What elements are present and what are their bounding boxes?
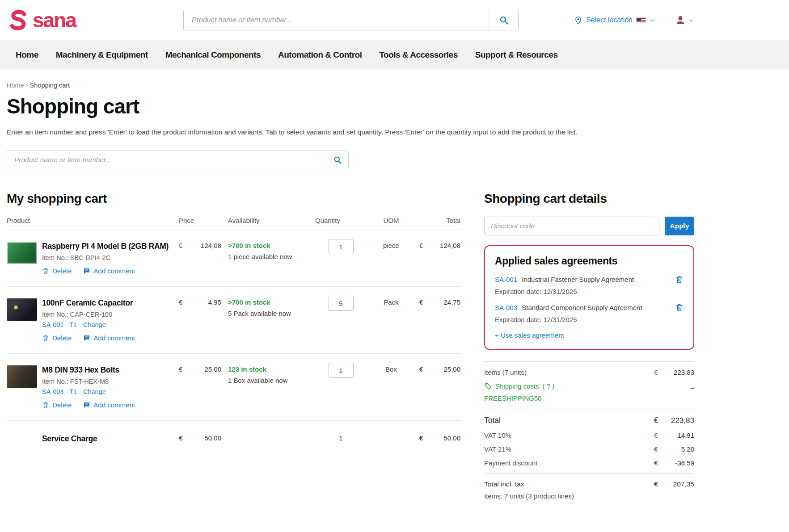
agreement-expiration: Expiration date: 12/31/2025 — [495, 316, 684, 323]
cart-product-search-input[interactable] — [7, 156, 333, 164]
remove-agreement-button[interactable] — [675, 275, 684, 284]
agreement-code-link[interactable]: SA-001 — [495, 276, 517, 283]
search-icon — [499, 15, 509, 25]
agreement-item: SA-001 Industrial Fastener Supply Agreem… — [495, 275, 684, 295]
product-image — [7, 242, 37, 264]
vat10-label: VAT 10% — [484, 431, 654, 439]
agreements-title: Applied sales agreements — [495, 255, 684, 267]
currency-symbol: € — [419, 365, 423, 373]
currency-symbol: € — [654, 459, 665, 467]
currency-symbol: € — [419, 434, 423, 442]
main-nav: Home Machinery & Equipment Mechanical Co… — [0, 40, 789, 69]
currency-symbol: € — [654, 431, 665, 439]
shipping-help-link[interactable]: ( ? ) — [543, 382, 555, 390]
currency-symbol: € — [179, 298, 182, 306]
select-location-button[interactable]: Select location — [574, 16, 655, 25]
comment-icon — [83, 402, 90, 409]
stock-status: >700 in stock — [228, 298, 315, 306]
nav-item-tools-accessories[interactable]: Tools & Accessories — [379, 50, 457, 60]
currency-symbol: € — [654, 445, 665, 453]
add-comment-label: Add comment — [93, 334, 135, 342]
total-label: Total — [484, 416, 654, 425]
items-note: Items: 7 units (3 product lines) — [484, 491, 694, 513]
stock-status: >700 in stock — [228, 242, 315, 249]
summary-vat10-row: VAT 10% € 14,91 — [484, 428, 694, 442]
product-name-link[interactable]: 100nF Ceramic Capacitor — [42, 298, 135, 308]
nav-item-support-resources[interactable]: Support & Resources — [475, 50, 558, 60]
currency-symbol: € — [419, 298, 423, 306]
cart-row-raspberry-pi: Raspberry Pi 4 Model B (2GB RAM) Item No… — [7, 230, 460, 287]
nav-item-machinery-equipment[interactable]: Machinery & Equipment — [56, 50, 148, 60]
trash-icon — [42, 402, 49, 409]
discount-code-form: Apply — [484, 217, 694, 235]
tag-icon — [484, 382, 492, 390]
add-comment-button[interactable]: Add comment — [83, 267, 135, 275]
agreement-code-link[interactable]: SA-003 — [495, 304, 517, 311]
details-section-title: Shopping cart details — [484, 192, 694, 206]
currency-symbol: € — [179, 434, 182, 442]
availability-detail: 1 Box available now — [228, 377, 315, 384]
delete-button[interactable]: Delete — [42, 334, 72, 342]
agreement-name: Industrial Fastener Supply Agreement — [522, 276, 634, 283]
uom-value: Box — [367, 365, 416, 373]
delete-label: Delete — [52, 267, 72, 275]
header-search-button[interactable] — [489, 10, 518, 30]
line-total: 24,75 — [443, 298, 460, 306]
vat10-value: 14,91 — [665, 431, 694, 439]
product-name-link[interactable]: M8 DIN 933 Hex Bolts — [42, 365, 135, 375]
agreement-link[interactable]: SA-001 - T1 — [42, 321, 77, 328]
agreement-link[interactable]: SA-003 - T1 — [42, 388, 77, 395]
unit-price: 25,00 — [204, 365, 221, 373]
discount-code-input[interactable] — [484, 217, 659, 235]
vat21-label: VAT 21% — [484, 445, 654, 453]
select-location-label: Select location — [586, 16, 633, 24]
currency-symbol: € — [179, 365, 182, 373]
total-incl-tax-value: 207,35 — [665, 480, 694, 488]
product-name-link[interactable]: Raspberry Pi 4 Model B (2GB RAM) — [42, 242, 169, 251]
currency-symbol: € — [654, 369, 665, 376]
cart-summary: Items (7 units) € 223,83 Shipping costs … — [484, 361, 694, 513]
cart-row-ceramic-capacitor: 100nF Ceramic Capacitor Item No.: CAP-CE… — [7, 287, 460, 354]
add-comment-button[interactable]: Add comment — [83, 401, 135, 409]
trash-icon — [675, 275, 684, 284]
quantity-input[interactable] — [329, 363, 354, 378]
nav-item-home[interactable]: Home — [16, 50, 38, 60]
top-bar: sana Select location — [7, 0, 694, 40]
user-icon — [675, 15, 686, 25]
chevron-down-icon — [650, 17, 655, 23]
change-agreement-link[interactable]: Change — [83, 388, 106, 395]
delete-label: Delete — [52, 401, 72, 409]
breadcrumb-current: Shopping cart — [30, 82, 70, 89]
remove-agreement-button[interactable] — [675, 303, 684, 312]
quantity-input[interactable] — [329, 239, 354, 254]
add-comment-button[interactable]: Add comment — [83, 334, 135, 342]
nav-item-automation-control[interactable]: Automation & Control — [278, 50, 362, 60]
change-agreement-link[interactable]: Change — [83, 321, 106, 328]
sana-logo[interactable]: sana — [7, 8, 94, 32]
summary-total-row: Total € 223,83 — [484, 410, 694, 428]
breadcrumb: Home › Shopping cart — [7, 82, 694, 89]
apply-discount-button[interactable]: Apply — [665, 217, 694, 235]
trash-icon — [42, 335, 49, 342]
availability-detail: 5 Pack available now — [228, 310, 315, 317]
location-pin-icon — [574, 16, 582, 25]
search-icon[interactable] — [333, 155, 348, 164]
header-search-input[interactable] — [184, 10, 489, 30]
quantity-input[interactable] — [329, 296, 354, 311]
trash-icon — [675, 303, 684, 312]
delete-button[interactable]: Delete — [42, 267, 72, 275]
col-availability: Availability — [228, 217, 315, 224]
breadcrumb-home-link[interactable]: Home — [7, 82, 24, 89]
add-comment-label: Add comment — [93, 267, 135, 275]
product-image — [7, 365, 37, 388]
account-menu-button[interactable] — [675, 15, 694, 25]
cart-row-hex-bolts: M8 DIN 933 Hex Bolts Item No.: FST-HEX-M… — [7, 354, 460, 421]
sana-logo-icon — [7, 8, 30, 32]
col-price: Price — [179, 217, 228, 224]
summary-payment-discount-row: Payment discount € -36,59 — [484, 456, 694, 470]
agreement-name: Standard Component Supply Agreement — [522, 304, 642, 311]
delete-button[interactable]: Delete — [42, 401, 72, 409]
use-sales-agreement-link[interactable]: + Use sales agreement — [495, 331, 564, 339]
delete-label: Delete — [52, 334, 72, 342]
nav-item-mechanical-components[interactable]: Mechanical Components — [165, 50, 261, 60]
